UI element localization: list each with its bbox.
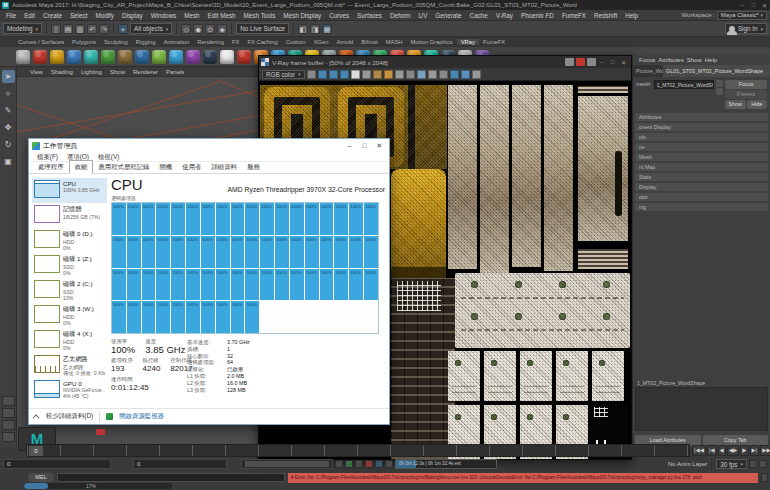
ae-rollout-4[interactable]: Mesh	[635, 153, 768, 161]
shelf-tab-xgen[interactable]: XGen	[310, 39, 333, 45]
shelf-tool-icon-9[interactable]	[169, 50, 183, 64]
menu-edit-mesh[interactable]: Edit Mesh	[204, 10, 240, 21]
menu-edit[interactable]: Edit	[20, 10, 39, 21]
shelf-tab-rendering[interactable]: Rendering	[193, 39, 228, 45]
ae-rollout-7[interactable]: Display	[635, 183, 768, 191]
tm-sidebar-item[interactable]: 記憶體18/256 GB (7%)	[32, 203, 107, 228]
ae-menu-focus[interactable]: Focus	[639, 57, 655, 63]
ae-rollout-9[interactable]: ing	[635, 203, 768, 211]
lasso-tool-icon[interactable]: ⟡	[2, 87, 15, 100]
shelf-tab-bifrost[interactable]: Bifrost	[357, 39, 381, 45]
vfb-tool-icon-2[interactable]	[329, 70, 338, 79]
vfb-tool-icon-12[interactable]	[439, 70, 448, 79]
mesh-name-field[interactable]: 1_MT02_Picture_WordShape	[654, 80, 714, 89]
sign-in-button[interactable]: Sign In▾	[725, 23, 767, 34]
shelf-tab-arnold[interactable]: Arnold	[333, 39, 358, 45]
tm-sidebar-item[interactable]: 磁碟 4 (X:)HDD0%	[32, 328, 107, 353]
menu-generate[interactable]: Generate	[431, 10, 465, 21]
layout-custom-button[interactable]	[2, 432, 15, 442]
vfb-tool-icon-4[interactable]	[351, 70, 360, 79]
menu-redshift[interactable]: Redshift	[590, 10, 621, 21]
menu-cache[interactable]: Cache	[466, 10, 492, 21]
shelf-tab-sculpting[interactable]: Sculpting	[100, 39, 132, 45]
hide-button[interactable]: Hide	[747, 100, 768, 109]
ae-rollout-5[interactable]: nt Map	[635, 163, 768, 171]
rotate-tool-icon[interactable]: ↻	[2, 138, 15, 151]
new-scene-icon[interactable]: ▯	[51, 24, 61, 34]
ae-menu-show[interactable]: Show	[687, 57, 702, 63]
fps-dropdown[interactable]: 30 fps▾	[716, 459, 747, 469]
shelf-tool-icon-10[interactable]	[186, 50, 200, 64]
snap-plane-icon[interactable]: ◈	[217, 24, 227, 34]
layout-single-button[interactable]	[2, 396, 15, 406]
play-backwards-button[interactable]: ◀	[718, 445, 726, 456]
minimize-button[interactable]: –	[737, 2, 748, 8]
tm-sidebar-item[interactable]: GPU 0NVIDIA GeForce ...4% (45 °C)	[32, 378, 107, 403]
vfb-tool-icon-7[interactable]	[384, 70, 393, 79]
render-settings-icon[interactable]: ▦	[322, 24, 332, 34]
shelf-tool-icon-3[interactable]	[67, 50, 81, 64]
vfb-tool-icon-14[interactable]	[461, 70, 470, 79]
tm-sidebar-item[interactable]: 乙太網路乙太網路傳送: 0 接收: 0 Kbps	[32, 353, 107, 378]
menu-help[interactable]: Help	[621, 10, 642, 21]
menu-windows[interactable]: Windows	[147, 10, 181, 21]
menu-phoenix-fd[interactable]: Phoenix FD	[517, 10, 558, 21]
shelf-tab-polygons[interactable]: Polygons	[68, 39, 100, 45]
menu-mesh-display[interactable]: Mesh Display	[279, 10, 325, 21]
mel-mode-button[interactable]: MEL	[28, 473, 54, 482]
vfb-minimize-button[interactable]: –	[596, 59, 607, 65]
tm-tab-item[interactable]: 開機	[154, 161, 177, 173]
shelf-tab-custom[interactable]: Custom	[282, 39, 310, 45]
loop-icon[interactable]	[749, 460, 757, 468]
vfb-tool-icon-1[interactable]	[318, 70, 327, 79]
tm-sidebar-item[interactable]: 磁碟 2 (C:)SSD10%	[32, 278, 107, 303]
ae-rollout-3[interactable]: ce	[635, 143, 768, 151]
paint-select-icon[interactable]: ✎	[2, 104, 15, 117]
menu-mesh[interactable]: Mesh	[180, 10, 203, 21]
vfb-tool-icon-15[interactable]	[472, 70, 481, 79]
shelf-tab-curves-surfaces[interactable]: Curves / Surfaces	[14, 39, 68, 45]
shelf-tool-icon-0[interactable]	[16, 50, 30, 64]
tm-maximize-button[interactable]: □	[357, 142, 372, 149]
tm-sidebar-item[interactable]: CPU100% 3.85 GHz	[32, 178, 107, 203]
ae-tab-active[interactable]: GL01_ST03_MT02_Picture_WordShape	[663, 65, 770, 77]
workspace-dropdown[interactable]: Maya Classic* ▾	[717, 11, 767, 20]
shelf-tool-icon-12[interactable]	[220, 50, 234, 64]
shelf-tab-fx[interactable]: FX	[228, 39, 243, 45]
vfb-tool-icon-3[interactable]	[340, 70, 349, 79]
current-frame-indicator[interactable]: 0	[29, 446, 43, 456]
tm-close-button[interactable]: ✕	[372, 142, 387, 150]
shelf-tool-icon-4[interactable]	[84, 50, 98, 64]
panel-menu-view[interactable]: View	[27, 67, 46, 76]
ae-lock-checkbox[interactable]	[716, 80, 723, 87]
ae-menu-attributes[interactable]: Attributes	[658, 57, 683, 63]
shelf-tab-fx-caching[interactable]: FX Caching	[243, 39, 281, 45]
ae-rollout-0[interactable]: Attributes	[635, 113, 768, 121]
vfb-tool-icon-8[interactable]	[395, 70, 404, 79]
open-resource-monitor-link[interactable]: 開啟資源監視器	[119, 412, 164, 421]
shelf-tab-fumefx[interactable]: FumeFX	[479, 39, 509, 45]
shelf-tool-icon-1[interactable]	[33, 50, 47, 64]
vfb-title-icon-0[interactable]	[565, 58, 574, 66]
script-editor-icon[interactable]	[761, 473, 768, 482]
menu-display[interactable]: Display	[118, 10, 147, 21]
snap-key-icon[interactable]	[385, 460, 393, 468]
focus-button[interactable]: Focus	[725, 80, 767, 89]
snap-grid-icon[interactable]: ◇	[181, 24, 191, 34]
shelf-tool-icon-5[interactable]	[101, 50, 115, 64]
ae-menu-help[interactable]: Help	[705, 57, 717, 63]
step-back-frame-button[interactable]: |◀	[707, 445, 717, 456]
shelf-tool-icon-6[interactable]	[118, 50, 132, 64]
panel-menu-renderer[interactable]: Renderer	[130, 67, 161, 76]
redo-icon[interactable]: ↷	[99, 24, 109, 34]
menu-modify[interactable]: Modify	[91, 10, 118, 21]
tm-tab-item[interactable]: 服務	[242, 161, 265, 173]
menu-v-ray[interactable]: V-Ray	[492, 10, 517, 21]
range-start-field[interactable]: 0	[3, 459, 111, 469]
vfb-close-button[interactable]: ✕	[618, 59, 629, 66]
play-forwards-button[interactable]: ▶	[740, 445, 748, 456]
step-forward-button[interactable]: ▶|	[750, 445, 760, 456]
select-tool-icon[interactable]: ➤	[2, 70, 15, 83]
tm-sidebar-item[interactable]: 磁碟 1 (Z:)SSD0%	[32, 253, 107, 278]
vfb-tool-icon-11[interactable]	[428, 70, 437, 79]
